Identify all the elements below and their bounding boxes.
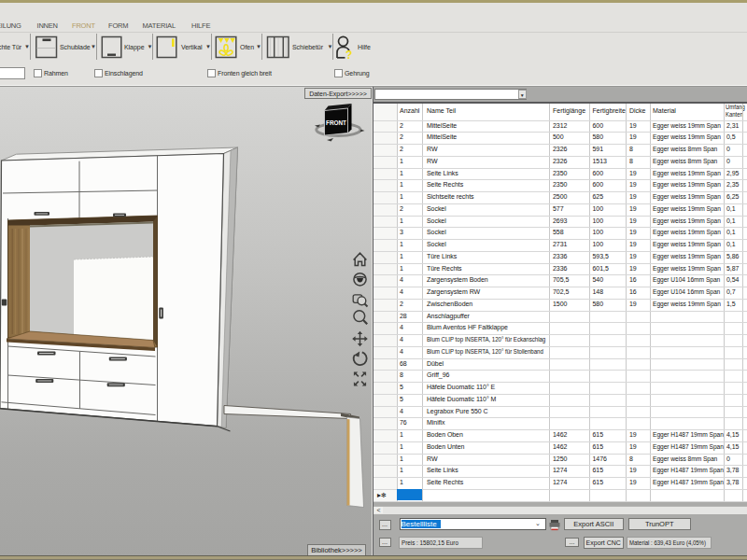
svg-text:?: ? xyxy=(345,49,352,62)
svg-text:FRONT: FRONT xyxy=(326,119,346,126)
